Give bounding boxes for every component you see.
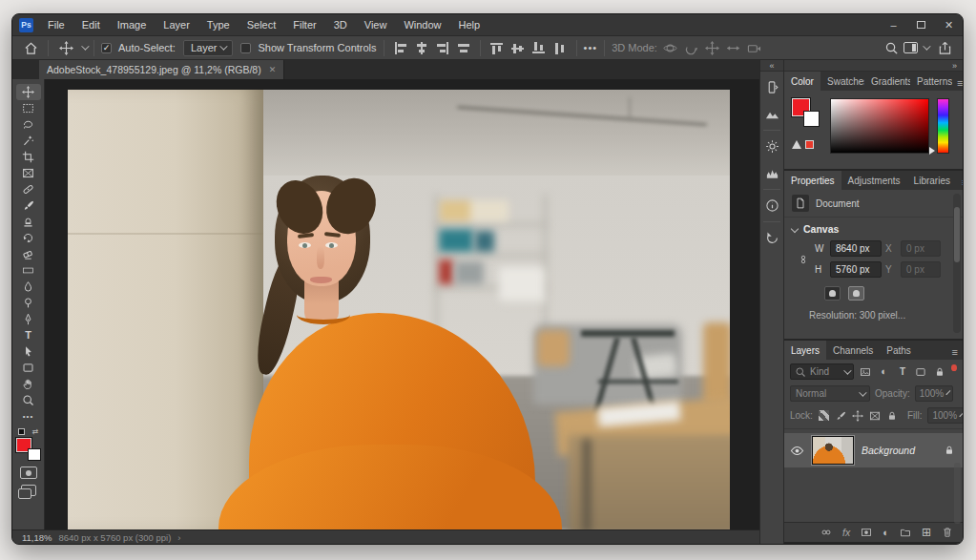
histogram-icon[interactable] (761, 161, 782, 184)
minimize-button[interactable]: – (880, 14, 907, 35)
menu-layer[interactable]: Layer (155, 14, 198, 35)
restore-button[interactable] (907, 14, 935, 35)
align-top-edges-button[interactable] (489, 42, 505, 54)
opacity-field[interactable]: 100% (915, 385, 953, 402)
menu-select[interactable]: Select (239, 14, 285, 35)
path-selection-tool[interactable] (16, 343, 41, 360)
rectangle-tool[interactable] (16, 360, 41, 376)
close-button[interactable]: ✕ (935, 14, 963, 35)
distribute-vertical-button[interactable] (552, 42, 568, 54)
lock-pixels-icon[interactable] (835, 410, 846, 422)
lasso-tool[interactable] (16, 116, 41, 133)
eraser-tool[interactable] (16, 246, 41, 262)
workspace-switcher-icon[interactable] (903, 42, 918, 53)
width-field[interactable]: 8640 px (830, 240, 882, 257)
3d-camera-icon[interactable] (747, 41, 761, 55)
lock-transparency-icon[interactable] (819, 410, 829, 421)
gradient-tool[interactable] (16, 262, 41, 279)
device-preview-icon[interactable] (761, 75, 782, 98)
layers-panel-menu-icon[interactable]: ≡ (947, 346, 963, 360)
document-tab[interactable]: AdobeStock_478955129.jpeg @ 11,2% (RGB/8… (39, 60, 284, 79)
delete-layer-icon[interactable] (942, 527, 953, 538)
tab-patterns[interactable]: Patterns (910, 72, 952, 91)
default-colors-icon[interactable]: ⇄ (18, 428, 39, 435)
shape-filter-icon[interactable] (914, 366, 927, 378)
constrain-link-icon[interactable] (798, 254, 811, 265)
layer-row-background[interactable]: Background (784, 433, 963, 467)
color-panel-menu-icon[interactable]: ≡ (952, 77, 964, 91)
menu-file[interactable]: File (39, 14, 73, 35)
libraries-mountains-icon[interactable] (761, 102, 782, 125)
adjustment-filter-icon[interactable]: ◐ (878, 366, 891, 377)
crop-tool[interactable] (16, 149, 41, 165)
landscape-orientation-button[interactable] (848, 286, 864, 301)
menu-window[interactable]: Window (395, 14, 449, 35)
new-adjustment-layer-icon[interactable]: ◐ (883, 528, 889, 538)
hue-slider[interactable] (937, 98, 949, 154)
move-tool-preset-icon[interactable] (55, 38, 76, 57)
zoom-tool[interactable] (16, 392, 41, 408)
align-bottom-edges-button[interactable] (531, 42, 547, 54)
menu-help[interactable]: Help (450, 14, 489, 35)
tab-swatches[interactable]: Swatches (820, 72, 864, 91)
link-layers-icon[interactable] (820, 527, 832, 538)
lock-position-icon[interactable] (852, 410, 863, 422)
lock-artboard-icon[interactable] (869, 410, 881, 422)
brush-tool[interactable] (16, 197, 41, 214)
layer-effects-icon[interactable]: fx (842, 527, 850, 538)
menu-filter[interactable]: Filter (284, 14, 324, 35)
add-layer-mask-icon[interactable] (861, 527, 872, 538)
background-color-swatch[interactable] (28, 448, 41, 461)
menu-type[interactable]: Type (198, 14, 239, 35)
properties-scrollbar[interactable] (953, 194, 961, 333)
layer-visibility-eye-icon[interactable] (790, 444, 804, 458)
frame-tool[interactable] (16, 165, 41, 181)
search-button[interactable] (881, 38, 902, 57)
y-field[interactable]: 0 px (901, 261, 941, 278)
more-align-options-button[interactable]: ••• (584, 42, 598, 53)
layer-filter-dropdown[interactable]: Kind (790, 363, 854, 380)
tool-preset-chevron-icon[interactable] (81, 42, 89, 50)
pen-tool[interactable] (16, 311, 41, 327)
move-tool[interactable] (16, 84, 41, 100)
align-horizontal-centers-button[interactable] (414, 42, 429, 54)
align-right-edges-button[interactable] (435, 42, 450, 54)
info-icon[interactable] (761, 194, 782, 217)
rectangular-marquee-tool[interactable] (16, 100, 41, 116)
blend-mode-dropdown[interactable]: Normal (790, 385, 870, 402)
history-icon[interactable] (761, 226, 782, 249)
tab-libraries[interactable]: Libraries (907, 171, 957, 190)
tab-paths[interactable]: Paths (880, 341, 918, 360)
tab-gradients[interactable]: Gradients (864, 72, 910, 91)
zoom-level-field[interactable]: 11,18% (22, 532, 52, 543)
x-field[interactable]: 0 px (901, 240, 941, 257)
smart-object-filter-icon[interactable] (932, 366, 945, 378)
menu-image[interactable]: Image (109, 14, 156, 35)
canvas-section-header[interactable]: Canvas (784, 218, 963, 237)
color-slider-arrow-icon[interactable] (929, 147, 935, 155)
canvas-area[interactable] (45, 79, 759, 529)
3d-roll-icon[interactable] (684, 41, 698, 55)
menu-view[interactable]: View (356, 14, 396, 35)
blur-tool[interactable] (16, 279, 41, 295)
expand-panels-button[interactable]: » (784, 60, 963, 72)
tab-color[interactable]: Color (784, 72, 820, 91)
menu-edit[interactable]: Edit (73, 14, 109, 35)
layers-scrollbar[interactable] (954, 463, 961, 524)
color-background-swatch[interactable] (803, 111, 820, 127)
tab-layers[interactable]: Layers (784, 341, 826, 360)
auto-select-target-dropdown[interactable]: Layer (183, 40, 234, 56)
collapse-panels-button[interactable]: « (760, 60, 783, 72)
properties-panel-menu-icon[interactable]: ≡ (957, 176, 964, 190)
dodge-tool[interactable] (16, 295, 41, 311)
menu-3d[interactable]: 3D (325, 14, 356, 35)
new-layer-icon[interactable]: ⊞ (922, 526, 931, 539)
share-button[interactable] (934, 38, 955, 57)
lock-all-icon[interactable] (886, 410, 898, 422)
swap-colors-icon[interactable]: ⇄ (32, 428, 39, 435)
gamut-color-swatch[interactable] (805, 140, 814, 149)
new-group-icon[interactable] (900, 527, 911, 538)
object-selection-tool[interactable] (16, 133, 41, 149)
filter-toggle-icon[interactable] (951, 364, 957, 371)
tab-properties[interactable]: Properties (784, 171, 841, 190)
